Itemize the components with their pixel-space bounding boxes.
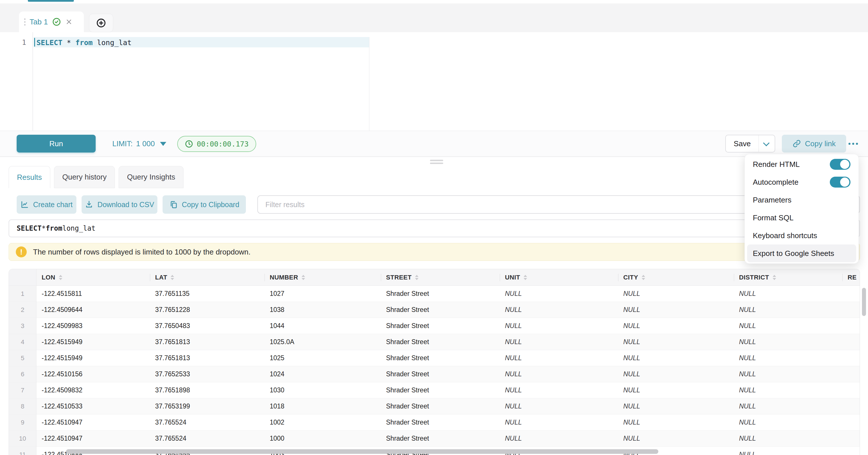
table-cell[interactable]: 1025 bbox=[265, 350, 381, 366]
table-cell[interactable]: 37.765524 bbox=[150, 415, 265, 431]
table-cell[interactable]: -122.4510947 bbox=[36, 431, 150, 447]
drag-handle-icon[interactable] bbox=[24, 19, 26, 26]
table-cell[interactable]: 37.7650483 bbox=[150, 318, 265, 334]
table-cell[interactable]: Shrader Street bbox=[381, 350, 500, 366]
table-cell[interactable] bbox=[842, 382, 860, 398]
table-cell[interactable]: NULL bbox=[618, 431, 734, 447]
table-cell[interactable]: -122.4510947 bbox=[36, 415, 150, 431]
table-cell[interactable]: NULL bbox=[618, 382, 734, 398]
menu-item-autocomplete[interactable]: Autocomplete bbox=[745, 173, 859, 191]
table-cell[interactable]: NULL bbox=[734, 398, 842, 415]
new-tab-button[interactable] bbox=[89, 14, 113, 32]
menu-item-keyboard-shortcuts[interactable]: Keyboard shortcuts bbox=[745, 226, 859, 244]
table-cell[interactable]: NULL bbox=[734, 302, 842, 318]
table-cell[interactable]: 37.7651135 bbox=[150, 286, 265, 302]
table-cell[interactable]: NULL bbox=[734, 334, 842, 350]
row-number[interactable]: 4 bbox=[9, 334, 36, 350]
table-cell[interactable]: NULL bbox=[734, 382, 842, 398]
tab-results[interactable]: Results bbox=[9, 166, 50, 188]
table-cell[interactable]: 1030 bbox=[265, 382, 381, 398]
table-cell[interactable] bbox=[842, 447, 860, 455]
save-options-button[interactable] bbox=[759, 135, 775, 152]
table-cell[interactable]: 1000 bbox=[265, 431, 381, 447]
table-cell[interactable]: NULL bbox=[734, 415, 842, 431]
close-tab-icon[interactable] bbox=[65, 18, 73, 26]
table-cell[interactable]: Shrader Street bbox=[381, 366, 500, 382]
sort-icon[interactable] bbox=[524, 275, 527, 280]
more-options-button[interactable] bbox=[846, 135, 860, 153]
table-cell[interactable]: 37.765524 bbox=[150, 431, 265, 447]
limit-dropdown[interactable]: LIMIT: 1 000 bbox=[112, 131, 166, 156]
row-number[interactable]: 9 bbox=[9, 415, 36, 431]
table-cell[interactable]: NULL bbox=[734, 286, 842, 302]
table-cell[interactable] bbox=[842, 286, 860, 302]
table-row[interactable]: 8-122.451053337.76531991018Shrader Stree… bbox=[9, 398, 860, 415]
table-cell[interactable]: -122.4509644 bbox=[36, 302, 150, 318]
vertical-scrollbar[interactable] bbox=[862, 288, 866, 316]
table-cell[interactable] bbox=[842, 318, 860, 334]
row-number[interactable]: 2 bbox=[9, 302, 36, 318]
table-cell[interactable]: -122.4510156 bbox=[36, 366, 150, 382]
table-cell[interactable]: NULL bbox=[734, 447, 842, 455]
table-cell[interactable]: NULL bbox=[500, 302, 618, 318]
table-cell[interactable]: -122.4515949 bbox=[36, 350, 150, 366]
row-number[interactable]: 8 bbox=[9, 398, 36, 415]
column-header-district[interactable]: DISTRICT bbox=[734, 269, 842, 285]
table-cell[interactable]: NULL bbox=[500, 431, 618, 447]
row-number[interactable]: 11 bbox=[9, 447, 36, 455]
table-cell[interactable]: -122.4509983 bbox=[36, 318, 150, 334]
row-number[interactable]: 7 bbox=[9, 382, 36, 398]
table-cell[interactable]: 37.7652533 bbox=[150, 366, 265, 382]
table-cell[interactable]: -122.4515811 bbox=[36, 286, 150, 302]
table-cell[interactable]: NULL bbox=[500, 382, 618, 398]
table-cell[interactable]: NULL bbox=[618, 366, 734, 382]
table-cell[interactable] bbox=[842, 334, 860, 350]
table-cell[interactable]: 1027 bbox=[265, 286, 381, 302]
column-header-street[interactable]: STREET bbox=[381, 269, 500, 285]
menu-item-parameters[interactable]: Parameters bbox=[745, 191, 859, 209]
table-row[interactable]: 7-122.450983237.76518981030Shrader Stree… bbox=[9, 382, 860, 398]
table-cell[interactable]: 1025.0A bbox=[265, 334, 381, 350]
row-number[interactable]: 3 bbox=[9, 318, 36, 334]
table-cell[interactable]: NULL bbox=[618, 350, 734, 366]
sort-icon[interactable] bbox=[302, 275, 305, 280]
table-cell[interactable]: NULL bbox=[734, 431, 842, 447]
row-number[interactable]: 10 bbox=[9, 431, 36, 447]
table-cell[interactable]: NULL bbox=[618, 318, 734, 334]
table-cell[interactable]: Shrader Street bbox=[381, 398, 500, 415]
table-row[interactable]: 10-122.451094737.7655241000Shrader Stree… bbox=[9, 431, 860, 447]
table-cell[interactable]: NULL bbox=[500, 318, 618, 334]
sort-icon[interactable] bbox=[59, 275, 62, 280]
table-row[interactable]: 3-122.450998337.76504831044Shrader Stree… bbox=[9, 318, 860, 334]
table-cell[interactable]: 1002 bbox=[265, 415, 381, 431]
table-cell[interactable]: -122.4509832 bbox=[36, 382, 150, 398]
pane-resize-handle[interactable] bbox=[430, 160, 443, 164]
column-header-lon[interactable]: LON bbox=[36, 269, 150, 285]
horizontal-scrollbar[interactable] bbox=[66, 449, 658, 454]
column-header-unit[interactable]: UNIT bbox=[500, 269, 618, 285]
table-row[interactable]: 6-122.451015637.76525331024Shrader Stree… bbox=[9, 366, 860, 382]
sort-icon[interactable] bbox=[415, 275, 418, 280]
column-header-region[interactable]: RE bbox=[842, 269, 860, 285]
table-cell[interactable]: NULL bbox=[500, 334, 618, 350]
table-cell[interactable]: Shrader Street bbox=[381, 431, 500, 447]
table-cell[interactable]: 37.7651898 bbox=[150, 382, 265, 398]
row-number[interactable]: 6 bbox=[9, 366, 36, 382]
table-cell[interactable] bbox=[842, 431, 860, 447]
run-button[interactable]: Run bbox=[17, 135, 96, 153]
row-number[interactable]: 1 bbox=[9, 286, 36, 302]
table-cell[interactable]: NULL bbox=[734, 318, 842, 334]
tab-query-history[interactable]: Query history bbox=[54, 166, 115, 188]
table-cell[interactable] bbox=[842, 302, 860, 318]
table-cell[interactable]: 1018 bbox=[265, 398, 381, 415]
table-cell[interactable]: -122.4515949 bbox=[36, 334, 150, 350]
download-csv-button[interactable]: Download to CSV bbox=[82, 195, 157, 214]
table-cell[interactable]: NULL bbox=[734, 350, 842, 366]
menu-item-render-html[interactable]: Render HTML bbox=[745, 155, 859, 173]
table-cell[interactable]: NULL bbox=[734, 366, 842, 382]
table-row[interactable]: 1-122.451581137.76511351027Shrader Stree… bbox=[9, 286, 860, 302]
table-cell[interactable]: 1038 bbox=[265, 302, 381, 318]
column-header-city[interactable]: CITY bbox=[618, 269, 734, 285]
create-chart-button[interactable]: Create chart bbox=[17, 195, 76, 214]
table-row[interactable]: 5-122.451594937.76518131025Shrader Stree… bbox=[9, 350, 860, 366]
